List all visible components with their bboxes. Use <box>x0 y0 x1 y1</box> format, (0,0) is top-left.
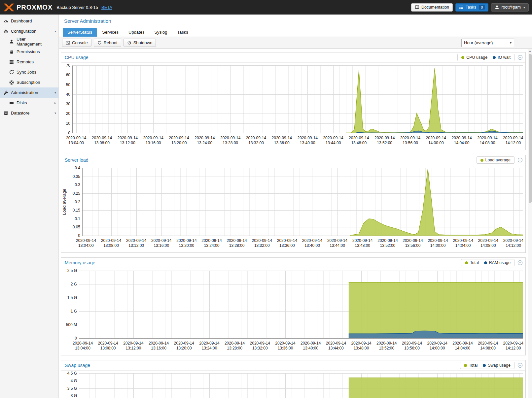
svg-text:13:04:00: 13:04:00 <box>75 346 90 350</box>
collapse-panel-icon[interactable] <box>517 260 523 265</box>
svg-text:13:08:00: 13:08:00 <box>100 346 116 350</box>
legend-item-swap-usage[interactable]: Swap usage <box>483 363 511 368</box>
swap-usage-legend: TotalSwap usage <box>460 362 514 369</box>
legend-dot-icon <box>461 56 464 59</box>
sidebar-item-administration[interactable]: Administration ▾ <box>0 87 58 98</box>
server-stack-icon <box>9 60 14 64</box>
user-menu-button[interactable]: root@pam ▾ <box>491 3 529 12</box>
sidebar-item-configuration[interactable]: Configuration ▾ <box>0 26 58 36</box>
svg-text:2020-09-14: 2020-09-14 <box>302 238 323 243</box>
main-content: Server Administration ServerStatus Servi… <box>59 15 532 398</box>
sidebar-item-disks[interactable]: Disks ▸ <box>0 98 58 108</box>
svg-text:13:36:00: 13:36:00 <box>279 243 295 248</box>
sidebar-item-user-management[interactable]: User Management <box>0 36 58 47</box>
sidebar-item-label: Datastore <box>11 111 29 116</box>
svg-text:40: 40 <box>66 92 71 97</box>
legend-label: Swap usage <box>488 363 511 368</box>
svg-text:14:00:00: 14:00:00 <box>430 243 446 248</box>
legend-dot-icon <box>480 159 483 162</box>
svg-text:13:24:00: 13:24:00 <box>204 243 220 248</box>
svg-text:2020-09-14: 2020-09-14 <box>376 341 397 346</box>
chevron-down-icon: ▾ <box>54 29 56 33</box>
svg-text:14:12:00: 14:12:00 <box>505 141 521 145</box>
svg-text:13:24:00: 13:24:00 <box>197 141 212 145</box>
svg-text:14:08:00: 14:08:00 <box>480 141 495 145</box>
shutdown-label: Shutdown <box>133 40 153 45</box>
vertical-scrollbar[interactable]: ▲ <box>528 49 532 398</box>
tasks-button[interactable]: Tasks 0 <box>455 3 488 12</box>
svg-text:20: 20 <box>66 111 71 116</box>
legend-item-ram-usage[interactable]: RAM usage <box>484 260 511 265</box>
tab-bar: ServerStatus Services Updates Syslog Tas… <box>59 27 532 37</box>
svg-text:2020-09-14: 2020-09-14 <box>326 341 346 346</box>
svg-text:2020-09-14: 2020-09-14 <box>374 136 395 140</box>
tab-syslog[interactable]: Syslog <box>150 28 172 37</box>
scrollbar-thumb[interactable] <box>529 54 532 203</box>
page-title: Server Administration <box>64 18 111 24</box>
panel-header: CPU usageCPU usageIO wait <box>61 52 525 63</box>
svg-text:13:04:00: 13:04:00 <box>68 141 84 145</box>
svg-text:2020-09-14: 2020-09-14 <box>428 238 448 243</box>
svg-text:2020-09-14: 2020-09-14 <box>377 238 398 243</box>
collapse-panel-icon[interactable] <box>517 55 523 60</box>
svg-text:3.5 G: 3.5 G <box>67 386 77 391</box>
legend-item-load-average[interactable]: Load average <box>480 158 511 162</box>
sidebar-item-remotes[interactable]: Remotes <box>0 57 58 67</box>
sidebar-item-label: User Management <box>17 37 51 47</box>
legend-dot-icon <box>484 261 487 264</box>
sidebar-item-sync-jobs[interactable]: Sync Jobs <box>0 67 58 77</box>
power-icon <box>127 41 131 45</box>
svg-text:14:08:00: 14:08:00 <box>480 346 496 350</box>
svg-text:13:52:00: 13:52:00 <box>379 346 394 350</box>
tab-serverstatus[interactable]: ServerStatus <box>63 28 97 37</box>
tab-services[interactable]: Services <box>97 28 123 37</box>
sidebar-item-subscription[interactable]: Subscription <box>0 77 58 87</box>
sidebar-item-permissions[interactable]: Permissions <box>0 47 58 57</box>
svg-text:13:32:00: 13:32:00 <box>254 243 270 248</box>
timeframe-select[interactable]: Hour (average) ▾ <box>461 39 514 47</box>
svg-text:2020-09-14: 2020-09-14 <box>275 341 296 346</box>
svg-text:2020-09-14: 2020-09-14 <box>503 238 524 243</box>
svg-text:14:04:00: 14:04:00 <box>454 141 470 145</box>
svg-text:13:48:00: 13:48:00 <box>355 243 370 248</box>
svg-text:50: 50 <box>66 83 71 87</box>
svg-text:0: 0 <box>75 336 77 341</box>
svg-text:2 G: 2 G <box>71 282 77 286</box>
documentation-label: Documentation <box>421 5 449 10</box>
reboot-icon <box>97 41 102 45</box>
svg-text:2020-09-14: 2020-09-14 <box>225 341 245 346</box>
chart-body: 0500 M1 G1.5 G2 G2.5 G3 G3.5 G4 G4.5 G20… <box>61 371 525 398</box>
scrollbar-up-arrow[interactable]: ▲ <box>528 49 532 53</box>
svg-text:13:12:00: 13:12:00 <box>120 141 135 145</box>
swap-usage-panel: Swap usageTotalSwap usage0500 M1 G1.5 G2… <box>61 360 526 398</box>
legend-item-total[interactable]: Total <box>465 260 479 265</box>
sidebar: Dashboard Configuration ▾ User Managemen… <box>0 15 59 398</box>
panel-header: Swap usageTotalSwap usage <box>61 360 525 371</box>
shutdown-button[interactable]: Shutdown <box>124 39 156 47</box>
svg-text:13:44:00: 13:44:00 <box>326 141 341 145</box>
reboot-button[interactable]: Reboot <box>94 39 121 47</box>
collapse-panel-icon[interactable] <box>517 363 523 368</box>
beta-link[interactable]: BETA <box>101 5 112 10</box>
svg-text:0: 0 <box>78 233 80 238</box>
svg-text:3 G: 3 G <box>71 393 77 398</box>
tasks-label: Tasks <box>466 5 476 10</box>
sidebar-item-datastore[interactable]: Datastore ▾ <box>0 108 58 118</box>
cpu-usage-chart: 0102030405060702020-09-1413:04:002020-09… <box>61 63 525 149</box>
legend-item-io-wait[interactable]: IO wait <box>493 55 511 60</box>
legend-item-cpu-usage[interactable]: CPU usage <box>461 55 487 60</box>
legend-item-total[interactable]: Total <box>464 363 478 368</box>
sidebar-item-dashboard[interactable]: Dashboard <box>0 16 58 26</box>
svg-text:0.35: 0.35 <box>73 174 81 179</box>
collapse-panel-icon[interactable] <box>517 157 523 163</box>
swap-usage-chart: 0500 M1 G1.5 G2 G2.5 G3 G3.5 G4 G4.5 G20… <box>61 371 525 398</box>
console-button[interactable]: Console <box>62 39 91 47</box>
tab-tasks[interactable]: Tasks <box>172 28 193 37</box>
svg-text:2020-09-14: 2020-09-14 <box>195 136 215 140</box>
documentation-button[interactable]: Documentation <box>411 3 453 12</box>
tab-updates[interactable]: Updates <box>124 28 149 37</box>
svg-text:2020-09-14: 2020-09-14 <box>427 341 448 346</box>
svg-text:2020-09-14: 2020-09-14 <box>277 238 298 243</box>
top-bar: PROXMOX Backup Server 0.8-15 BETA Docume… <box>0 0 532 15</box>
memory-usage-chart: 0500 M1 G1.5 G2 G2.5 G2020-09-1413:04:00… <box>61 268 525 354</box>
